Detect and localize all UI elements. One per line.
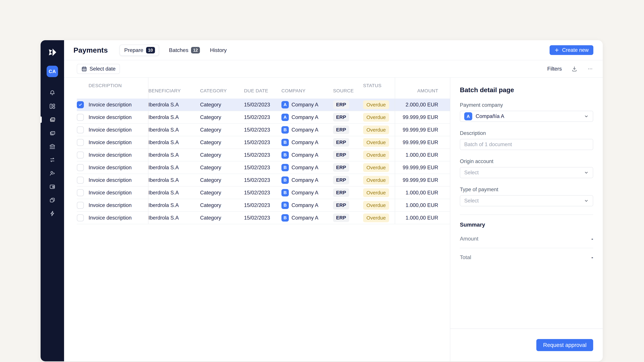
row-checkbox[interactable] [77,164,84,171]
sidebar-item-bell[interactable] [40,86,64,99]
chevron-down-icon [584,114,589,119]
tab-history[interactable]: History [210,47,227,53]
field-label-type-of-payment: Type of payment [460,187,593,193]
table-row[interactable]: Invoice descriptionIberdrola S.ACategory… [77,136,450,149]
table-row[interactable]: Invoice descriptionIberdrola S.ACategory… [77,124,450,136]
cell-amount: 1.000,00 EUR [395,202,442,208]
company-name: Company A [292,102,318,108]
row-checkbox[interactable] [77,202,84,209]
company-badge: A [464,112,472,120]
create-new-label: Create new [562,47,589,53]
tab-prepare[interactable]: Prepare10 [120,44,159,56]
request-approval-button[interactable]: Request approval [536,339,593,351]
payment-company-select[interactable]: ACompañía A [460,111,593,122]
table-row[interactable]: Invoice descriptionIberdrola S.ACategory… [77,199,450,212]
th-spacer [77,93,88,98]
ellipsis-icon [587,66,593,72]
copy-icon [49,197,56,204]
origin-account-select[interactable]: Select [460,167,593,178]
cell-beneficiary: Iberdrola S.A [148,215,200,221]
select-date-button[interactable]: Select date [77,64,120,74]
column-header: DUE DATE [244,88,282,98]
cell-category: Category [200,202,244,208]
table-row[interactable]: Invoice descriptionIberdrola S.ACategory… [77,212,450,224]
cell-category: Category [200,190,244,196]
select-placeholder: Select [464,170,580,176]
cell-source: ERP [333,151,363,159]
select-placeholder: Select [464,198,580,204]
row-checkbox[interactable] [77,114,84,121]
row-checkbox[interactable] [77,214,84,221]
company-name: Company A [292,139,318,145]
cell-description: Invoice description [88,98,148,111]
sidebar-item-users[interactable] [40,167,64,180]
cell-status: Overdue [363,149,395,161]
filters-button[interactable]: Filters [547,66,562,72]
sidebar-item-wallet[interactable] [40,180,64,193]
cell-beneficiary: Iberdrola S.A [148,202,200,208]
cell-amount: 99.999,99 EUR [395,177,442,183]
bank-icon [49,143,56,150]
cell-description: Invoice description [88,212,148,224]
company-badge: B [282,189,289,196]
cell-status: Overdue [363,174,395,186]
cell-source: ERP [333,201,363,210]
tab-label: Batches [169,47,188,53]
row-checkbox[interactable] [77,177,84,184]
sidebar-item-copy[interactable] [40,193,64,207]
status-badge: Overdue [363,163,389,172]
column-header: STATUS [363,78,395,98]
download-button[interactable] [571,66,578,72]
sidebar-item-dashboard[interactable] [40,99,64,113]
cell-status: Overdue [363,199,395,211]
type-of-payment-select[interactable]: Select [460,195,593,206]
cell-category: Category [200,127,244,133]
cell-description: Invoice description [88,124,148,136]
status-badge: Overdue [363,100,389,109]
create-new-button[interactable]: Create new [550,45,593,55]
avatar[interactable]: CA [46,66,58,77]
cell-beneficiary: Iberdrola S.A [148,114,200,120]
sidebar-item-bank[interactable] [40,140,64,153]
row-checkbox[interactable] [77,101,84,108]
table-row[interactable]: Invoice descriptionIberdrola S.ACategory… [77,111,450,124]
row-checkbox[interactable] [77,139,84,146]
checkbox-cell [77,139,88,146]
select-value-text: Compañía A [476,113,504,119]
payments-cards-icon [49,116,56,123]
description-input[interactable] [460,139,593,150]
transfers-icon [49,156,56,163]
table-row[interactable]: Invoice descriptionIberdrola S.ACategory… [77,98,450,111]
sidebar-item-cards[interactable] [40,126,64,140]
cell-status: Overdue [363,212,395,224]
cell-description: Invoice description [88,174,148,186]
row-checkbox[interactable] [77,126,84,133]
summary-value: - [591,236,593,242]
table-row[interactable]: Invoice descriptionIberdrola S.ACategory… [77,174,450,187]
table-row[interactable]: Invoice descriptionIberdrola S.ACategory… [77,149,450,161]
bell-icon [49,89,56,96]
sidebar-item-flash[interactable] [40,207,64,220]
sidebar-item-transfers[interactable] [40,153,64,167]
cell-category: Category [200,152,244,158]
table-row[interactable]: Invoice descriptionIberdrola S.ACategory… [77,187,450,199]
cell-category: Category [200,102,244,108]
sidebar-item-payments-cards[interactable] [40,113,64,126]
table-row[interactable]: Invoice descriptionIberdrola S.ACategory… [77,161,450,174]
wallet-icon [49,183,56,190]
cell-due-date: 15/02/2023 [244,152,282,158]
cell-source: ERP [333,176,363,184]
more-options-button[interactable] [587,66,593,72]
cell-beneficiary: Iberdrola S.A [148,177,200,183]
tab-batches[interactable]: Batches12 [169,47,200,53]
row-checkbox[interactable] [77,151,84,159]
cell-beneficiary: Iberdrola S.A [148,190,200,196]
cell-company: BCompany A [282,164,333,171]
source-chip: ERP [333,201,349,210]
row-checkbox[interactable] [77,189,84,196]
flash-icon [49,210,56,217]
company-name: Company A [292,152,318,158]
summary-label: Amount [460,236,478,242]
source-chip: ERP [333,163,349,172]
cell-amount: 1.000,00 EUR [395,215,442,221]
